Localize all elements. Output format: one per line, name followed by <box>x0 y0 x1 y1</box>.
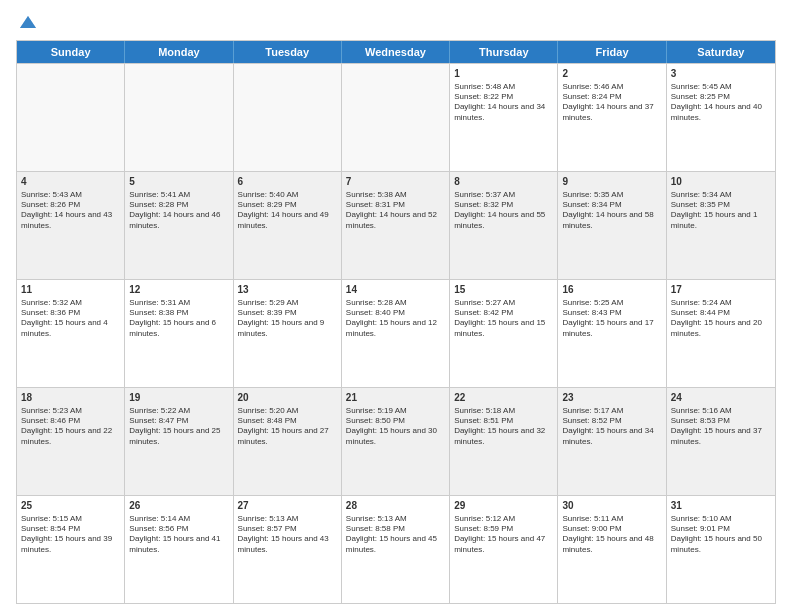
table-row: 3Sunrise: 5:45 AM Sunset: 8:25 PM Daylig… <box>667 64 775 171</box>
day-number: 12 <box>129 283 228 297</box>
day-number: 8 <box>454 175 553 189</box>
cal-header-friday: Friday <box>558 41 666 63</box>
cal-header-sunday: Sunday <box>17 41 125 63</box>
cell-info: Sunrise: 5:32 AM Sunset: 8:36 PM Dayligh… <box>21 298 120 340</box>
table-row: 4Sunrise: 5:43 AM Sunset: 8:26 PM Daylig… <box>17 172 125 279</box>
cell-info: Sunrise: 5:18 AM Sunset: 8:51 PM Dayligh… <box>454 406 553 448</box>
cell-info: Sunrise: 5:20 AM Sunset: 8:48 PM Dayligh… <box>238 406 337 448</box>
calendar-week-5: 25Sunrise: 5:15 AM Sunset: 8:54 PM Dayli… <box>17 495 775 603</box>
table-row: 14Sunrise: 5:28 AM Sunset: 8:40 PM Dayli… <box>342 280 450 387</box>
cell-info: Sunrise: 5:16 AM Sunset: 8:53 PM Dayligh… <box>671 406 771 448</box>
calendar: SundayMondayTuesdayWednesdayThursdayFrid… <box>16 40 776 604</box>
table-row <box>125 64 233 171</box>
table-row: 20Sunrise: 5:20 AM Sunset: 8:48 PM Dayli… <box>234 388 342 495</box>
cell-info: Sunrise: 5:11 AM Sunset: 9:00 PM Dayligh… <box>562 514 661 556</box>
cell-info: Sunrise: 5:46 AM Sunset: 8:24 PM Dayligh… <box>562 82 661 124</box>
cell-info: Sunrise: 5:28 AM Sunset: 8:40 PM Dayligh… <box>346 298 445 340</box>
table-row: 9Sunrise: 5:35 AM Sunset: 8:34 PM Daylig… <box>558 172 666 279</box>
cell-info: Sunrise: 5:41 AM Sunset: 8:28 PM Dayligh… <box>129 190 228 232</box>
day-number: 1 <box>454 67 553 81</box>
calendar-week-3: 11Sunrise: 5:32 AM Sunset: 8:36 PM Dayli… <box>17 279 775 387</box>
table-row: 18Sunrise: 5:23 AM Sunset: 8:46 PM Dayli… <box>17 388 125 495</box>
cal-header-thursday: Thursday <box>450 41 558 63</box>
day-number: 18 <box>21 391 120 405</box>
day-number: 22 <box>454 391 553 405</box>
cell-info: Sunrise: 5:31 AM Sunset: 8:38 PM Dayligh… <box>129 298 228 340</box>
cell-info: Sunrise: 5:14 AM Sunset: 8:56 PM Dayligh… <box>129 514 228 556</box>
cell-info: Sunrise: 5:27 AM Sunset: 8:42 PM Dayligh… <box>454 298 553 340</box>
cell-info: Sunrise: 5:34 AM Sunset: 8:35 PM Dayligh… <box>671 190 771 232</box>
cell-info: Sunrise: 5:10 AM Sunset: 9:01 PM Dayligh… <box>671 514 771 556</box>
day-number: 4 <box>21 175 120 189</box>
table-row: 8Sunrise: 5:37 AM Sunset: 8:32 PM Daylig… <box>450 172 558 279</box>
day-number: 9 <box>562 175 661 189</box>
day-number: 10 <box>671 175 771 189</box>
day-number: 2 <box>562 67 661 81</box>
table-row: 25Sunrise: 5:15 AM Sunset: 8:54 PM Dayli… <box>17 496 125 603</box>
cell-info: Sunrise: 5:13 AM Sunset: 8:57 PM Dayligh… <box>238 514 337 556</box>
day-number: 13 <box>238 283 337 297</box>
day-number: 14 <box>346 283 445 297</box>
table-row: 5Sunrise: 5:41 AM Sunset: 8:28 PM Daylig… <box>125 172 233 279</box>
table-row: 31Sunrise: 5:10 AM Sunset: 9:01 PM Dayli… <box>667 496 775 603</box>
table-row <box>342 64 450 171</box>
calendar-header-row: SundayMondayTuesdayWednesdayThursdayFrid… <box>17 41 775 63</box>
page: SundayMondayTuesdayWednesdayThursdayFrid… <box>0 0 792 612</box>
logo <box>16 12 38 32</box>
logo-icon <box>18 12 38 32</box>
day-number: 27 <box>238 499 337 513</box>
cell-info: Sunrise: 5:40 AM Sunset: 8:29 PM Dayligh… <box>238 190 337 232</box>
cal-header-tuesday: Tuesday <box>234 41 342 63</box>
calendar-week-1: 1Sunrise: 5:48 AM Sunset: 8:22 PM Daylig… <box>17 63 775 171</box>
cell-info: Sunrise: 5:15 AM Sunset: 8:54 PM Dayligh… <box>21 514 120 556</box>
table-row: 12Sunrise: 5:31 AM Sunset: 8:38 PM Dayli… <box>125 280 233 387</box>
day-number: 24 <box>671 391 771 405</box>
table-row: 6Sunrise: 5:40 AM Sunset: 8:29 PM Daylig… <box>234 172 342 279</box>
day-number: 31 <box>671 499 771 513</box>
table-row: 1Sunrise: 5:48 AM Sunset: 8:22 PM Daylig… <box>450 64 558 171</box>
table-row <box>234 64 342 171</box>
calendar-week-2: 4Sunrise: 5:43 AM Sunset: 8:26 PM Daylig… <box>17 171 775 279</box>
table-row: 28Sunrise: 5:13 AM Sunset: 8:58 PM Dayli… <box>342 496 450 603</box>
cell-info: Sunrise: 5:13 AM Sunset: 8:58 PM Dayligh… <box>346 514 445 556</box>
cell-info: Sunrise: 5:48 AM Sunset: 8:22 PM Dayligh… <box>454 82 553 124</box>
table-row: 19Sunrise: 5:22 AM Sunset: 8:47 PM Dayli… <box>125 388 233 495</box>
table-row: 7Sunrise: 5:38 AM Sunset: 8:31 PM Daylig… <box>342 172 450 279</box>
cell-info: Sunrise: 5:35 AM Sunset: 8:34 PM Dayligh… <box>562 190 661 232</box>
day-number: 15 <box>454 283 553 297</box>
cell-info: Sunrise: 5:17 AM Sunset: 8:52 PM Dayligh… <box>562 406 661 448</box>
day-number: 17 <box>671 283 771 297</box>
cell-info: Sunrise: 5:43 AM Sunset: 8:26 PM Dayligh… <box>21 190 120 232</box>
table-row: 24Sunrise: 5:16 AM Sunset: 8:53 PM Dayli… <box>667 388 775 495</box>
cal-header-saturday: Saturday <box>667 41 775 63</box>
table-row: 11Sunrise: 5:32 AM Sunset: 8:36 PM Dayli… <box>17 280 125 387</box>
cal-header-monday: Monday <box>125 41 233 63</box>
cell-info: Sunrise: 5:12 AM Sunset: 8:59 PM Dayligh… <box>454 514 553 556</box>
cal-header-wednesday: Wednesday <box>342 41 450 63</box>
table-row: 15Sunrise: 5:27 AM Sunset: 8:42 PM Dayli… <box>450 280 558 387</box>
day-number: 30 <box>562 499 661 513</box>
day-number: 23 <box>562 391 661 405</box>
table-row: 13Sunrise: 5:29 AM Sunset: 8:39 PM Dayli… <box>234 280 342 387</box>
table-row: 27Sunrise: 5:13 AM Sunset: 8:57 PM Dayli… <box>234 496 342 603</box>
table-row: 16Sunrise: 5:25 AM Sunset: 8:43 PM Dayli… <box>558 280 666 387</box>
day-number: 29 <box>454 499 553 513</box>
day-number: 26 <box>129 499 228 513</box>
calendar-week-4: 18Sunrise: 5:23 AM Sunset: 8:46 PM Dayli… <box>17 387 775 495</box>
table-row: 21Sunrise: 5:19 AM Sunset: 8:50 PM Dayli… <box>342 388 450 495</box>
day-number: 5 <box>129 175 228 189</box>
day-number: 19 <box>129 391 228 405</box>
cell-info: Sunrise: 5:23 AM Sunset: 8:46 PM Dayligh… <box>21 406 120 448</box>
table-row: 29Sunrise: 5:12 AM Sunset: 8:59 PM Dayli… <box>450 496 558 603</box>
calendar-body: 1Sunrise: 5:48 AM Sunset: 8:22 PM Daylig… <box>17 63 775 603</box>
day-number: 11 <box>21 283 120 297</box>
cell-info: Sunrise: 5:19 AM Sunset: 8:50 PM Dayligh… <box>346 406 445 448</box>
table-row: 23Sunrise: 5:17 AM Sunset: 8:52 PM Dayli… <box>558 388 666 495</box>
day-number: 25 <box>21 499 120 513</box>
table-row: 10Sunrise: 5:34 AM Sunset: 8:35 PM Dayli… <box>667 172 775 279</box>
day-number: 28 <box>346 499 445 513</box>
table-row: 30Sunrise: 5:11 AM Sunset: 9:00 PM Dayli… <box>558 496 666 603</box>
cell-info: Sunrise: 5:37 AM Sunset: 8:32 PM Dayligh… <box>454 190 553 232</box>
header <box>16 12 776 32</box>
svg-marker-1 <box>20 16 36 28</box>
